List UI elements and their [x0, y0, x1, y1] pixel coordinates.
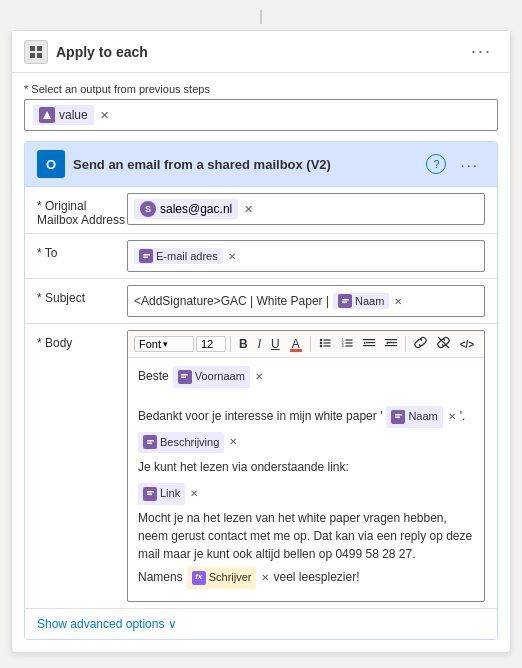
- body-line-2: Bedankt voor je interesse in mijn white …: [138, 406, 474, 428]
- svg-rect-33: [395, 417, 400, 419]
- font-size-select[interactable]: 12: [196, 336, 226, 352]
- svg-rect-0: [30, 46, 35, 51]
- advanced-label: Show advanced options: [37, 617, 164, 631]
- font-select[interactable]: Font ▾: [134, 336, 194, 352]
- svg-rect-37: [147, 494, 152, 496]
- email-card-title: Send an email from a shared mailbox (V2): [73, 157, 331, 172]
- beschrijving-tag: Beschrijving: [138, 432, 224, 454]
- sales-tag: S sales@gac.nl: [134, 199, 238, 219]
- italic-button[interactable]: I: [254, 335, 265, 353]
- naam-remove[interactable]: ✕: [448, 408, 456, 426]
- advanced-chevron: ∨: [168, 617, 177, 631]
- voornaam-text: Voornaam: [195, 367, 245, 387]
- value-tag: value: [33, 105, 94, 125]
- svg-marker-28: [386, 341, 388, 344]
- body-beste: Beste: [138, 366, 169, 388]
- email-more-button[interactable]: ···: [454, 154, 485, 175]
- voornaam-remove[interactable]: ✕: [255, 368, 263, 386]
- link-button[interactable]: [410, 334, 431, 354]
- body-line2-end: '.: [460, 406, 466, 428]
- mailbox-remove[interactable]: ✕: [244, 203, 253, 216]
- svg-rect-12: [323, 342, 330, 343]
- bullets-button[interactable]: [315, 335, 335, 354]
- text-color-button[interactable]: A: [286, 335, 306, 354]
- email-header-left: O Send an email from a shared mailbox (V…: [37, 150, 331, 178]
- naam-tag: Naam: [386, 406, 442, 428]
- numbered-button[interactable]: 1. 2. 3.: [337, 335, 357, 354]
- svg-rect-36: [147, 491, 154, 493]
- svg-rect-20: [345, 345, 352, 346]
- sales-avatar: S: [140, 201, 156, 217]
- value-tag-icon: [39, 107, 55, 123]
- mailbox-content: S sales@gac.nl ✕: [127, 193, 485, 225]
- svg-marker-24: [364, 341, 366, 344]
- to-tag-text: E-mail adres: [156, 250, 218, 262]
- to-row: * To E-mail adres ✕: [25, 234, 497, 279]
- body-line-4: Je kunt het lezen via onderstaande link:: [138, 457, 474, 479]
- voornaam-tag: Voornaam: [173, 366, 250, 388]
- to-tag: E-mail adres: [134, 248, 223, 264]
- schrijver-remove[interactable]: ✕: [261, 569, 269, 587]
- svg-rect-3: [37, 53, 42, 58]
- naam-text: Naam: [408, 407, 437, 427]
- svg-point-9: [319, 338, 321, 340]
- apply-title: Apply to each: [56, 44, 148, 60]
- advanced-options-link[interactable]: Show advanced options ∨: [37, 617, 485, 631]
- color-letter: A: [292, 337, 300, 351]
- to-tag-remove[interactable]: ✕: [228, 251, 236, 262]
- beschrijving-text: Beschrijving: [160, 433, 219, 453]
- to-input[interactable]: E-mail adres ✕: [127, 240, 485, 272]
- body-link-text: Je kunt het lezen via onderstaande link:: [138, 457, 349, 479]
- connector-top: [260, 10, 262, 24]
- link-tag: Link: [138, 483, 185, 505]
- body-label: * Body: [37, 330, 127, 350]
- apply-more-button[interactable]: ···: [465, 39, 498, 64]
- svg-rect-34: [147, 440, 154, 442]
- value-tag-remove[interactable]: ✕: [100, 109, 109, 122]
- apply-header: Apply to each ···: [12, 31, 510, 73]
- outdent-button[interactable]: [381, 335, 401, 354]
- mailbox-label: * Original Mailbox Address: [37, 193, 127, 227]
- select-output-input[interactable]: value ✕: [24, 99, 498, 131]
- bold-button[interactable]: B: [235, 335, 252, 353]
- to-content: E-mail adres ✕: [127, 240, 485, 272]
- body-line-5: Link ✕: [138, 483, 474, 505]
- svg-rect-6: [143, 256, 148, 258]
- body-text-content: Beste Voornaam ✕: [128, 358, 484, 601]
- svg-rect-8: [342, 301, 347, 303]
- mailbox-row: * Original Mailbox Address S sales@gac.n…: [25, 187, 497, 234]
- mailbox-input[interactable]: S sales@gac.nl ✕: [127, 193, 485, 225]
- svg-rect-14: [323, 345, 330, 346]
- svg-text:3.: 3.: [341, 343, 344, 348]
- indent-button[interactable]: [359, 335, 379, 354]
- body-line-7: Namens fx Schrijver ✕ veel leesplezier!: [138, 567, 474, 589]
- svg-rect-25: [385, 339, 397, 340]
- help-button[interactable]: ?: [426, 154, 446, 174]
- font-label: Font: [139, 338, 161, 350]
- svg-rect-31: [181, 377, 186, 379]
- svg-rect-27: [385, 345, 397, 346]
- subject-input[interactable]: <AddSignature>GAC | White Paper | Naam ✕: [127, 285, 485, 317]
- link-tag-remove[interactable]: ✕: [190, 485, 198, 503]
- svg-rect-22: [366, 342, 375, 343]
- toolbar-sep-2: [310, 336, 311, 352]
- email-card-header: O Send an email from a shared mailbox (V…: [25, 142, 497, 187]
- to-label: * To: [37, 240, 127, 260]
- unlink-button[interactable]: [433, 334, 454, 354]
- subject-label: * Subject: [37, 285, 127, 305]
- svg-rect-35: [147, 442, 152, 444]
- code-button[interactable]: </>: [456, 337, 478, 352]
- apply-icon: [24, 40, 48, 64]
- apply-to-each-card: Apply to each ··· * Select an output fro…: [11, 30, 511, 653]
- body-line-3: Beschrijving ✕: [138, 432, 474, 454]
- underline-button[interactable]: U: [267, 335, 284, 353]
- beschrijving-remove[interactable]: ✕: [229, 433, 237, 451]
- body-editor[interactable]: Font ▾ 12 B I U A: [127, 330, 485, 602]
- subject-naam-remove[interactable]: ✕: [394, 296, 402, 307]
- subject-naam-text: Naam: [355, 295, 384, 307]
- subject-prefix: <AddSignature>GAC | White Paper |: [134, 294, 329, 308]
- svg-rect-1: [37, 46, 42, 51]
- svg-rect-30: [181, 374, 188, 376]
- outlook-icon: O: [37, 150, 65, 178]
- schrijver-text: Schrijver: [209, 568, 252, 588]
